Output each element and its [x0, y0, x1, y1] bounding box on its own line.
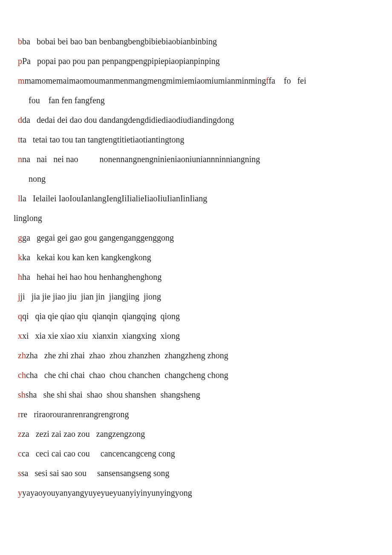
- rows-container: bba bobai bei bao ban benbangbengbibiebi…: [14, 32, 378, 503]
- syllables-text: ji jia jie jiao jiu jian jin jiangjing j…: [20, 292, 161, 301]
- syllables-text: fa fo fei: [268, 76, 306, 85]
- syllables-text: mamomemaimaomoumanmenmangmengmimiemiaomi…: [25, 76, 266, 85]
- syllables-text: zha zhe zhi zhai zhao zhou zhanzhen zhan…: [26, 351, 228, 360]
- syllables-text: re riraorouranrenrangrengrong: [21, 410, 129, 419]
- initial-letter: r: [18, 410, 21, 419]
- initial-letter: m: [18, 76, 25, 85]
- pinyin-row: ssa sesi sai sao sou sansensangseng song: [14, 463, 378, 483]
- pinyin-row: shsha she shi shai shao shou shanshen sh…: [14, 385, 378, 404]
- syllables-text: yayaoyouyanyangyuyeyueyuanyiyinyunyingyo…: [22, 488, 192, 497]
- initial-letter: k: [18, 253, 22, 262]
- pinyin-row: bba bobai bei bao ban benbangbengbibiebi…: [14, 32, 378, 51]
- syllables-text: linglong: [14, 213, 42, 223]
- syllables-text: ba bobai bei bao ban benbangbengbibiebia…: [22, 37, 217, 46]
- pinyin-row: hha hehai hei hao hou henhanghenghong: [14, 267, 378, 287]
- syllables-text: ha hehai hei hao hou henhanghenghong: [22, 272, 161, 282]
- initial-letter: g: [18, 233, 22, 242]
- initial-letter: c: [18, 449, 22, 458]
- syllables-text: sa sesi sai sao sou sansensangseng song: [21, 468, 170, 478]
- initial-letter: x: [18, 331, 22, 340]
- syllables-text: sha she shi shai shao shou shanshen shan…: [26, 390, 200, 399]
- syllables-text: ga gegai gei gao gou gangenganggenggong: [22, 233, 174, 242]
- syllables-text: na nai nei nao nonennangnengninieniaoniu…: [22, 154, 260, 164]
- initial-letter: h: [18, 272, 22, 282]
- pinyin-row: fou fan fen fangfeng: [14, 90, 378, 110]
- syllables-text: nong: [29, 174, 46, 183]
- pinyin-document: bba bobai bei bao ban benbangbengbibiebi…: [0, 0, 392, 520]
- syllables-text: ka kekai kou kan ken kangkengkong: [22, 253, 151, 262]
- pinyin-row: linglong: [14, 208, 378, 228]
- syllables-text: cha che chi chai chao chou chanchen chan…: [26, 370, 228, 380]
- pinyin-row: gga gegai gei gao gou gangenganggenggong: [14, 228, 378, 247]
- pinyin-row: zza zezi zai zao zou zangzengzong: [14, 424, 378, 444]
- syllables-text: Pa popai pao pou pan penpangpengpipiepia…: [22, 56, 220, 66]
- initial-letter: s: [18, 468, 21, 478]
- initial-letter: q: [18, 311, 22, 321]
- initial-letter: z: [18, 429, 22, 439]
- initial-letter: p: [18, 56, 22, 66]
- pinyin-row: xxi xia xie xiao xiu xianxin xiangxing x…: [14, 326, 378, 346]
- syllables-text: za zezi zai zao zou zangzengzong: [22, 429, 145, 439]
- pinyin-row: chcha che chi chai chao chou chanchen ch…: [14, 365, 378, 385]
- pinyin-row: mmamomemaimaomoumanmenmangmengmimiemiaom…: [14, 71, 378, 90]
- pinyin-row: nong: [14, 169, 378, 189]
- pinyin-row: qqi qia qie qiao qiu qianqin qiangqing q…: [14, 306, 378, 326]
- syllables-text: da dedai dei dao dou dandangdengdidiedia…: [22, 115, 234, 125]
- initial-letter: ch: [18, 370, 26, 380]
- initial-letter: sh: [18, 390, 26, 399]
- syllables-text: fou fan fen fangfeng: [29, 96, 105, 105]
- initial-letter: n: [18, 154, 22, 164]
- pinyin-row: pPa popai pao pou pan penpangpengpipiepi…: [14, 51, 378, 71]
- pinyin-row: cca ceci cai cao cou cancencangceng cong: [14, 444, 378, 463]
- syllables-text: xi xia xie xiao xiu xianxin xiangxing xi…: [22, 331, 180, 340]
- initial-letter: d: [18, 115, 22, 125]
- pinyin-row: rre riraorouranrenrangrengrong: [14, 404, 378, 424]
- pinyin-row: dda dedai dei dao dou dandangdengdidiedi…: [14, 110, 378, 130]
- syllables-text: la Ielailei IaoIouIanlangIengIiIialieIia…: [20, 194, 208, 203]
- pinyin-row: jji jia jie jiao jiu jian jin jiangjing …: [14, 287, 378, 306]
- initial-letter: y: [18, 488, 22, 497]
- pinyin-row: tta tetai tao tou tan tangtengtitietiaot…: [14, 130, 378, 149]
- syllables-text: qi qia qie qiao qiu qianqin qiangqing qi…: [22, 311, 180, 321]
- pinyin-row: zhzha zhe zhi zhai zhao zhou zhanzhen zh…: [14, 346, 378, 365]
- initial-letter: b: [18, 37, 22, 46]
- pinyin-row: yyayaoyouyanyangyuyeyueyuanyiyinyunyingy…: [14, 483, 378, 503]
- pinyin-row: lla Ielailei IaoIouIanlangIengIiIialieIi…: [14, 189, 378, 208]
- syllables-text: ca ceci cai cao cou cancencangceng cong: [22, 449, 175, 458]
- syllables-text: ta tetai tao tou tan tangtengtitietiaoti…: [20, 135, 184, 144]
- pinyin-row: nna nai nei nao nonennangnengninieniaoni…: [14, 149, 378, 169]
- pinyin-row: kka kekai kou kan ken kangkengkong: [14, 247, 378, 267]
- initial-letter: zh: [18, 351, 26, 360]
